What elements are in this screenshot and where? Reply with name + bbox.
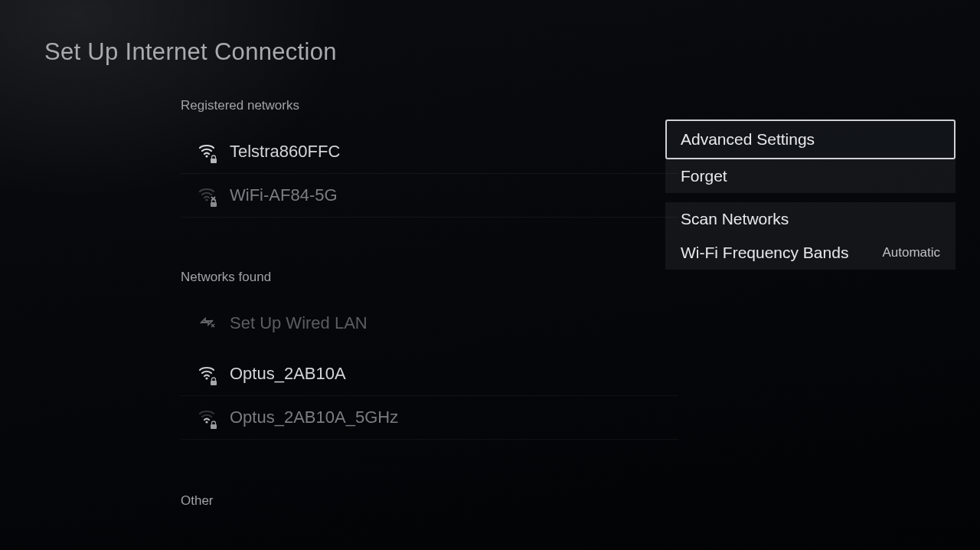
menu-item-label: Wi-Fi Frequency Bands [681,244,848,262]
network-item-wifiaf84[interactable]: WiFi-AF84-5G [181,174,678,218]
ethernet-icon [198,313,219,334]
menu-advanced-settings[interactable]: Advanced Settings [665,119,956,159]
section-found-label: Networks found [181,270,678,285]
section-other-label: Other [181,493,678,509]
network-item-optus5g[interactable]: Optus_2AB10A_5GHz [181,396,678,440]
network-name: Optus_2AB10A [230,364,346,384]
menu-item-label: Scan Networks [681,210,789,228]
network-name: Set Up Wired LAN [230,313,368,333]
menu-forget[interactable]: Forget [665,159,956,193]
context-menu: Advanced Settings Forget Scan Networks W… [665,119,956,279]
lock-icon [210,375,217,385]
network-list: Registered networks Telstra860FFC WiFi-A… [181,92,678,525]
section-registered-label: Registered networks [181,98,678,113]
menu-item-label: Forget [681,167,727,185]
menu-wifi-frequency-bands[interactable]: Wi-Fi Frequency Bands Automatic [665,236,956,270]
menu-item-value: Automatic [882,245,940,260]
lock-icon [210,419,217,428]
lock-icon [210,197,217,206]
network-item-telstra[interactable]: Telstra860FFC [181,130,678,174]
page-title: Set Up Internet Connection [44,38,337,66]
menu-item-label: Advanced Settings [681,130,815,149]
menu-scan-networks[interactable]: Scan Networks [665,202,956,236]
setup-wired-lan[interactable]: Set Up Wired LAN [181,302,678,345]
lock-icon [210,153,217,162]
network-name: Telstra860FFC [230,142,340,162]
network-item-optus[interactable]: Optus_2AB10A [181,352,678,396]
network-name: WiFi-AF84-5G [230,185,338,205]
network-name: Optus_2AB10A_5GHz [230,408,398,427]
